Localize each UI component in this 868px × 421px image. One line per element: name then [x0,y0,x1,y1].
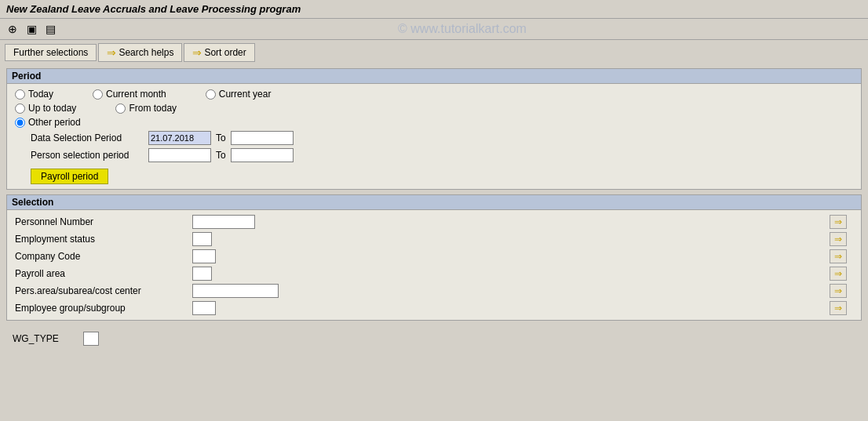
radio-today-input[interactable] [15,89,25,100]
toolbar: ⊕ ▣ ▤ © www.tutorialkart.com [0,19,868,40]
employment-status-label: Employment status [15,234,188,245]
period-section-body: Today Current month Current year Up to t… [7,84,861,189]
search-helps-label: Search helps [119,47,173,58]
person-selection-label: Person selection period [31,150,148,161]
radio-row-1: Today Current month Current year [15,89,853,100]
data-selection-to-label: To [216,132,226,143]
wg-type-input[interactable] [83,332,99,346]
search-helps-arrow-icon: ⇒ [107,46,116,59]
company-code-label: Company Code [15,251,188,262]
tabs-bar: Further selections ⇒ Search helps ⇒ Sort… [0,40,868,65]
tab-search-helps[interactable]: ⇒ Search helps [98,43,182,62]
radio-up-to-today[interactable]: Up to today [15,103,76,114]
toolbar-icon-1[interactable]: ⊕ [5,21,20,37]
company-code-input[interactable] [192,249,216,263]
radio-from-today-input[interactable] [115,103,126,114]
employment-status-arrow-btn[interactable]: ⇒ [830,232,847,246]
title-text: New Zealand Leave Accruals and Leave Pro… [6,3,301,15]
radio-other-period-input[interactable] [15,118,25,128]
pers-area-label: Pers.area/subarea/cost center [15,285,188,296]
period-section-header: Period [7,69,861,84]
data-selection-label: Data Selection Period [31,132,148,143]
wg-type-label: WG_TYPE [13,333,75,344]
selection-section: Selection Personnel Number ⇒ Employment … [6,194,862,321]
person-selection-row: Person selection period To [31,148,853,162]
radio-current-year[interactable]: Current year [206,89,272,100]
wg-type-section: WG_TYPE [6,325,862,352]
employee-group-label: Employee group/subgroup [15,303,188,314]
employee-group-input[interactable] [192,301,216,315]
radio-from-today[interactable]: From today [115,103,177,114]
pers-area-input[interactable] [192,284,279,298]
employment-status-input[interactable] [192,232,212,246]
selection-section-header: Selection [7,195,861,210]
tab-sort-order[interactable]: ⇒ Sort order [184,43,254,62]
toolbar-icon-2[interactable]: ▣ [24,21,39,37]
selection-section-body: Personnel Number ⇒ Employment status ⇒ C… [7,210,861,320]
toolbar-icon-3[interactable]: ▤ [42,21,58,37]
main-content: Period Today Current month Current year [0,65,868,355]
further-selections-label: Further selections [13,47,88,58]
data-selection-row: Data Selection Period To [31,131,853,145]
payroll-area-arrow-btn[interactable]: ⇒ [830,267,847,281]
company-code-arrow-btn[interactable]: ⇒ [830,249,847,263]
page-title: New Zealand Leave Accruals and Leave Pro… [0,0,868,19]
radio-other-period[interactable]: Other period [15,117,81,128]
data-selection-to-input[interactable] [231,131,294,145]
sort-order-label: Sort order [204,47,246,58]
person-selection-from-input[interactable] [148,148,211,162]
radio-row-2: Up to today From today [15,103,853,114]
other-period-section: Data Selection Period To Person selectio… [15,131,853,162]
sort-order-arrow-icon: ⇒ [192,46,202,59]
person-selection-to-label: To [216,150,226,161]
radio-current-month-input[interactable] [93,89,103,100]
radio-today[interactable]: Today [15,89,53,100]
period-section: Period Today Current month Current year [6,68,862,190]
radio-current-month[interactable]: Current month [93,89,166,100]
watermark: © www.tutorialkart.com [61,22,863,36]
person-selection-to-input[interactable] [231,148,294,162]
personnel-number-label: Personnel Number [15,216,188,227]
employee-group-arrow-btn[interactable]: ⇒ [830,301,847,315]
payroll-area-input[interactable] [192,267,212,281]
radio-up-to-today-input[interactable] [15,103,25,114]
pers-area-arrow-btn[interactable]: ⇒ [830,284,847,298]
selection-grid: Personnel Number ⇒ Employment status ⇒ C… [15,215,853,315]
tab-further-selections[interactable]: Further selections [5,44,97,61]
payroll-period-button[interactable]: Payroll period [31,169,108,184]
data-selection-from-input[interactable] [148,131,211,145]
personnel-number-input[interactable] [192,215,255,229]
radio-current-year-input[interactable] [206,89,216,100]
payroll-area-label: Payroll area [15,268,188,279]
radio-row-3: Other period [15,117,853,128]
personnel-number-arrow-btn[interactable]: ⇒ [830,215,847,229]
